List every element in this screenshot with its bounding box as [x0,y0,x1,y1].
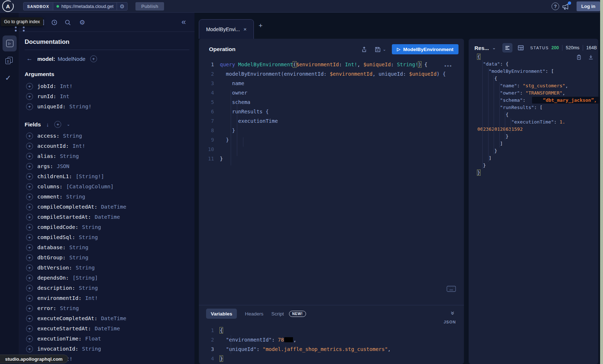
settings-gear-icon[interactable]: ⚙ [79,19,86,26]
field-label[interactable]: error: [37,305,56,311]
help-icon[interactable]: ? [552,3,559,10]
add-to-operation-icon[interactable]: + [26,163,33,170]
nav-item-operations[interactable]: ▷ [3,35,17,51]
field-label[interactable]: compileStartedAt: [37,214,91,220]
field-type[interactable]: [CatalogColumn] [66,184,114,189]
field-row[interactable]: +compiledSql:String [25,232,189,242]
field-label[interactable]: columns: [37,184,63,189]
field-type[interactable]: Int! [85,295,98,301]
field-label[interactable]: executeCompletedAt: [37,315,97,321]
field-label[interactable]: executeStartedAt: [37,326,91,331]
field-type[interactable]: Int! [60,83,72,89]
field-row[interactable]: +description:String [25,283,189,293]
field-type[interactable]: DateTime [95,326,120,331]
add-to-operation-icon[interactable]: + [26,346,33,352]
back-arrow-icon[interactable]: ← [26,55,33,62]
tab-variables[interactable]: Variables [206,309,237,319]
add-to-operation-icon[interactable]: + [26,133,33,139]
endpoint-url-field[interactable]: https://metadata.cloud.get [53,3,117,10]
publish-button[interactable]: Publish [135,2,164,11]
field-row[interactable]: +invocationId:String [25,344,189,354]
field-row[interactable]: +alias:String [25,151,189,161]
chevron-down-icon[interactable]: ⌄ [67,122,70,127]
field-label[interactable]: runId: [37,93,56,99]
field-label[interactable]: compiledCode: [37,224,79,230]
field-type[interactable]: String [60,153,79,159]
collapse-variables-icon[interactable]: « [448,311,456,315]
field-label[interactable]: compiledSql: [37,234,75,240]
field-row[interactable]: +accountId:Int! [25,141,189,151]
field-label[interactable]: comment: [37,194,63,200]
new-tab-icon[interactable]: + [259,22,263,30]
add-to-operation-icon[interactable]: + [26,173,33,180]
add-to-operation-icon[interactable]: + [26,315,33,322]
sandbox-badge[interactable]: SANDBOX [24,3,53,10]
field-row[interactable]: +columns:[CatalogColumn] [25,181,189,192]
breadcrumb-type-link[interactable]: ModelNode [58,56,85,62]
editor-options-icon[interactable]: ••• [444,63,452,69]
tab-script[interactable]: Script [271,311,284,317]
field-label[interactable]: dbtVersion: [37,265,72,271]
history-icon[interactable] [51,19,58,26]
field-row[interactable]: +uniqueId:String! [25,101,189,112]
field-type[interactable]: String [82,224,101,230]
field-row[interactable]: +error:String [25,303,189,313]
field-type[interactable]: String [60,305,79,311]
field-type[interactable]: String [79,234,98,240]
field-label[interactable]: uniqueId: [37,104,66,109]
keyboard-shortcuts-icon[interactable] [447,286,456,292]
add-to-operation-icon[interactable]: + [26,204,33,210]
response-dropdown-chevron-icon[interactable]: ⌄ [492,45,496,50]
save-menu-chevron-icon[interactable]: ⌄ [383,47,386,52]
announcements-megaphone-icon[interactable] [562,3,570,11]
field-type[interactable]: Int! [72,143,85,149]
field-type[interactable]: String [63,133,82,139]
field-label[interactable]: description: [37,285,75,291]
add-to-operation-icon[interactable]: + [26,214,33,221]
field-type[interactable]: Int [60,93,69,99]
response-title[interactable]: Res... [474,45,489,51]
field-type[interactable]: JSON [57,163,70,169]
login-button[interactable]: Log in [577,1,600,11]
nav-item-schema[interactable]: ± [5,57,13,65]
field-type[interactable]: [String!] [76,173,104,179]
field-label[interactable]: alias: [37,153,56,159]
field-label[interactable]: args: [37,163,53,169]
add-to-operation-icon[interactable]: + [26,224,33,231]
field-type[interactable]: String [66,194,85,200]
share-icon[interactable] [361,46,368,53]
field-label[interactable]: dbtGroup: [37,255,66,260]
field-label[interactable]: compileCompletedAt: [37,204,97,210]
collapse-panel-icon[interactable]: « [181,17,186,27]
add-to-operation-icon[interactable]: + [26,254,33,261]
field-type[interactable]: String [79,285,98,291]
field-label[interactable]: dependsOn: [37,275,69,281]
variables-editor[interactable]: 1{2 "environmentId": 78,3 "uniqueId": "m… [199,326,464,363]
field-type[interactable]: DateTime [101,315,126,321]
field-type[interactable]: String [70,255,88,260]
field-label[interactable]: access: [37,133,59,139]
tab-close-icon[interactable]: × [243,26,247,32]
field-type[interactable]: DateTime [101,204,126,210]
field-label[interactable]: executionTime: [37,336,81,342]
add-to-operation-icon[interactable]: + [26,275,33,281]
apollo-logo[interactable]: A [2,0,14,12]
add-to-operation-icon[interactable]: + [26,285,33,292]
field-type[interactable]: Float [85,336,101,342]
field-row[interactable]: +dependsOn:[String] [25,273,189,283]
add-to-operation-icon[interactable]: + [26,93,33,100]
field-row[interactable]: +executeCompletedAt:DateTime [25,313,189,323]
sort-down-icon[interactable]: ↓ [46,121,49,127]
search-icon[interactable] [64,19,71,26]
field-type[interactable]: String! [70,104,92,109]
field-row[interactable]: +runId:Int [25,91,189,101]
add-to-operation-icon[interactable]: + [26,234,33,241]
add-to-operation-icon[interactable]: + [26,103,33,110]
add-to-operation-icon[interactable]: + [26,143,33,150]
add-to-operation-icon[interactable]: + [26,335,33,342]
field-row[interactable]: +args:JSON [25,161,189,171]
field-row[interactable]: +jobId:Int! [25,81,189,91]
field-row[interactable]: +dbtVersion:String [25,263,189,273]
field-type[interactable]: String [76,265,95,271]
add-field-icon[interactable]: + [90,55,97,62]
